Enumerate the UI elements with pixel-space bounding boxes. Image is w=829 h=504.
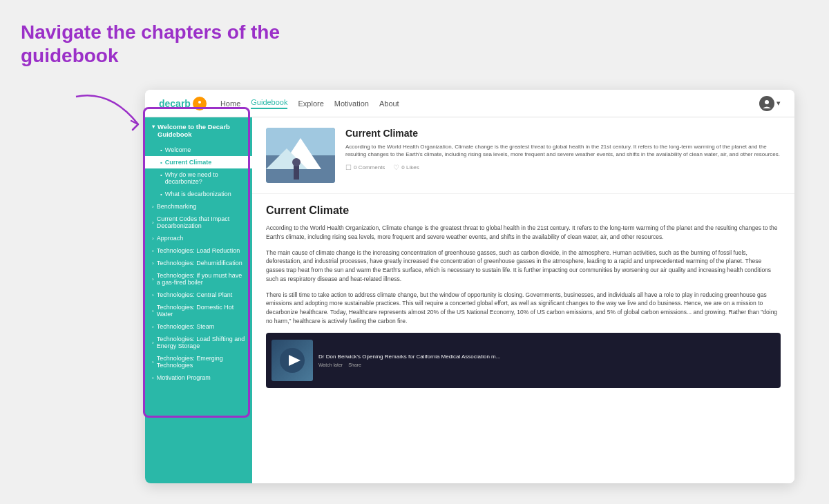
nav-user[interactable]: ▾: [759, 96, 781, 111]
chevron-right-icon: ›: [152, 276, 154, 282]
sidebar-item-motivation[interactable]: › Motivation Program: [145, 371, 252, 384]
sidebar-item-label: What is decarbonization: [165, 191, 231, 197]
logo-text: decarb: [159, 98, 191, 109]
hero-image: [266, 128, 335, 183]
sidebar-header-arrow: ▾: [152, 124, 155, 130]
article-paragraph-2: The main cause of climate change is the …: [266, 249, 781, 284]
sidebar-item-why-decarbonize[interactable]: • Why do we need to decarbonize?: [145, 168, 252, 188]
sidebar-item-label: Technologies: Dehumidification: [157, 260, 242, 266]
likes-count: 0 Likes: [401, 164, 419, 171]
chevron-right-icon: ›: [152, 235, 154, 242]
sidebar-item-label: Approach: [157, 235, 184, 242]
bullet-icon: •: [160, 191, 162, 197]
article-title: Current Climate: [266, 204, 781, 217]
sidebar-item-label: Why do we need to decarbonize?: [165, 171, 245, 185]
nav-explore[interactable]: Explore: [298, 99, 323, 108]
nav-about[interactable]: About: [379, 99, 399, 108]
video-thumbnail: [271, 340, 313, 381]
sidebar-item-steam[interactable]: › Technologies: Steam: [145, 320, 252, 333]
sidebar-item-gas-boiler[interactable]: › Technologies: If you must have a gas-f…: [145, 269, 252, 289]
like-icon: ♡: [393, 164, 399, 171]
hero-actions: ☐ 0 Comments ♡ 0 Likes: [345, 164, 781, 171]
sidebar-item-hot-water[interactable]: › Technologies: Domestic Hot Water: [145, 301, 252, 320]
content-hero: Current Climate According to the World H…: [252, 117, 794, 194]
sidebar-item-central-plant[interactable]: › Technologies: Central Plant: [145, 289, 252, 301]
chevron-right-icon: ›: [152, 260, 154, 266]
sidebar-header-label: Welcome to the Decarb Guidebook: [158, 123, 245, 138]
sidebar-item-label: Welcome: [165, 146, 191, 153]
svg-point-2: [765, 100, 769, 104]
article-paragraph-1: According to the World Health Organizati…: [266, 224, 781, 242]
sidebar: ▾ Welcome to the Decarb Guidebook • Welc…: [145, 117, 252, 483]
chevron-right-icon: ›: [152, 308, 154, 314]
annotation-area: Navigate the chapters of the guidebook: [21, 21, 325, 74]
comment-icon: ☐: [345, 164, 352, 171]
sidebar-item-what-is[interactable]: • What is decarbonization: [145, 188, 252, 200]
nav-home[interactable]: Home: [220, 99, 240, 108]
chevron-right-icon: ›: [152, 292, 154, 298]
nav-guidebook[interactable]: Guidebook: [251, 98, 287, 109]
annotation-title: Navigate the chapters of the guidebook: [21, 21, 325, 67]
sidebar-header: ▾ Welcome to the Decarb Guidebook: [145, 117, 252, 144]
nav-bar: decarb Home Guidebook Explore Motivation…: [145, 90, 794, 117]
chevron-right-icon: ›: [152, 359, 154, 365]
svg-point-1: [198, 101, 201, 104]
bullet-icon: •: [160, 159, 162, 166]
sidebar-item-current-climate[interactable]: • Current Climate: [145, 156, 252, 168]
chevron-right-icon: ›: [152, 324, 154, 330]
main-content: ▾ Welcome to the Decarb Guidebook • Welc…: [145, 117, 794, 483]
page-container: Navigate the chapters of the guidebook d…: [0, 0, 829, 504]
content-area: Current Climate According to the World H…: [252, 117, 794, 483]
logo-area: decarb: [159, 97, 207, 110]
video-controls: Watch later Share: [318, 362, 775, 367]
article-paragraph-3: There is still time to take action to ad…: [266, 291, 781, 326]
sidebar-item-label: Technologies: Emerging Technologies: [157, 355, 245, 369]
sidebar-item-load-shifting[interactable]: › Technologies: Load Shifting and Energy…: [145, 333, 252, 352]
user-avatar: [759, 96, 774, 111]
sidebar-item-label: Technologies: If you must have a gas-fir…: [157, 272, 245, 286]
video-info: Dr Don Berwick's Opening Remarks for Cal…: [318, 353, 775, 367]
chevron-right-icon: ›: [152, 375, 154, 381]
chevron-right-icon: ›: [152, 204, 154, 210]
hero-description: According to the World Health Organizati…: [345, 143, 781, 158]
user-chevron: ▾: [776, 99, 781, 108]
sidebar-item-welcome[interactable]: • Welcome: [145, 144, 252, 156]
sidebar-item-approach[interactable]: › Approach: [145, 232, 252, 244]
sidebar-item-benchmarking[interactable]: › Benchmarking: [145, 200, 252, 213]
comments-action[interactable]: ☐ 0 Comments: [345, 164, 385, 171]
sidebar-item-label: Benchmarking: [157, 203, 197, 210]
video-embed: Dr Don Berwick's Opening Remarks for Cal…: [266, 333, 781, 388]
nav-links: Home Guidebook Explore Motivation About: [220, 98, 759, 109]
chevron-right-icon: ›: [152, 248, 154, 254]
sidebar-item-emerging[interactable]: › Technologies: Emerging Technologies: [145, 352, 252, 371]
sidebar-item-label: Technologies: Central Plant: [157, 291, 233, 298]
sidebar-item-load-reduction[interactable]: › Technologies: Load Reduction: [145, 244, 252, 257]
sidebar-item-label: Technologies: Load Reduction: [157, 247, 240, 254]
chevron-right-icon: ›: [152, 220, 154, 226]
svg-point-8: [292, 158, 301, 166]
hero-text: Current Climate According to the World H…: [345, 128, 781, 171]
comments-count: 0 Comments: [354, 164, 385, 171]
sidebar-item-dehumidification[interactable]: › Technologies: Dehumidification: [145, 257, 252, 269]
sidebar-item-label: Technologies: Steam: [157, 323, 215, 330]
likes-action[interactable]: ♡ 0 Likes: [393, 164, 419, 171]
nav-motivation[interactable]: Motivation: [334, 99, 369, 108]
sidebar-item-label: Technologies: Domestic Hot Water: [157, 304, 245, 318]
video-title: Dr Don Berwick's Opening Remarks for Cal…: [318, 353, 775, 360]
watch-later-button[interactable]: Watch later: [318, 362, 343, 367]
sidebar-item-label: Current Climate: [165, 159, 212, 166]
sidebar-item-label: Technologies: Load Shifting and Energy S…: [157, 336, 245, 349]
hero-title: Current Climate: [345, 128, 781, 139]
sidebar-item-label: Current Codes that Impact Decarbonizatio…: [157, 215, 245, 229]
chevron-right-icon: ›: [152, 340, 154, 346]
bullet-icon: •: [160, 147, 162, 153]
annotation-arrow: [69, 83, 152, 138]
share-button[interactable]: Share: [348, 362, 361, 367]
browser-window: decarb Home Guidebook Explore Motivation…: [145, 90, 794, 483]
sidebar-item-current-codes[interactable]: › Current Codes that Impact Decarbonizat…: [145, 213, 252, 232]
article-content: Current Climate According to the World H…: [252, 194, 794, 398]
logo-icon: [193, 97, 207, 110]
bullet-icon: •: [160, 172, 162, 178]
svg-rect-7: [294, 166, 299, 180]
sidebar-item-label: Motivation Program: [157, 374, 211, 381]
